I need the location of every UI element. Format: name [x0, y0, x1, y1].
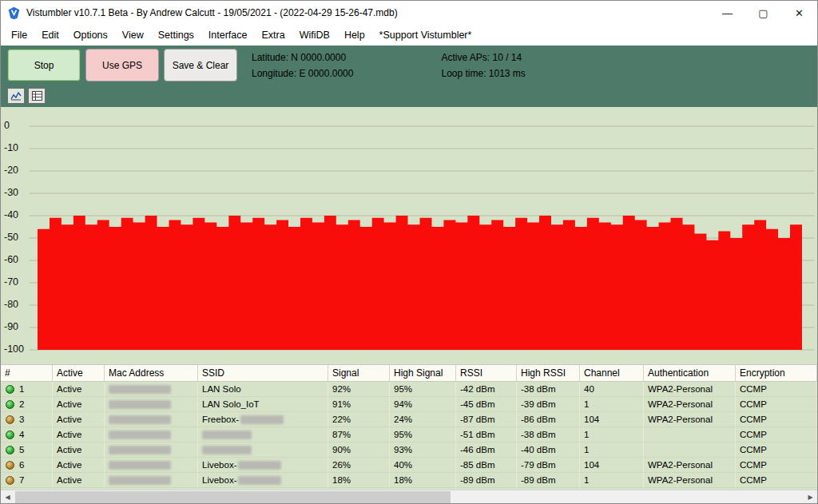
- authentication-cell: [644, 427, 736, 442]
- table-row[interactable]: 2ActiveLAN Solo_IoT91%94%-45 dBm-39 dBm1…: [1, 397, 817, 412]
- ssid-cell: Livebox-: [198, 473, 328, 488]
- channel-cell: 104: [580, 412, 644, 427]
- save-clear-button[interactable]: Save & Clear: [164, 49, 237, 81]
- maximize-button[interactable]: ▢: [745, 1, 781, 25]
- ssid-cell: [198, 442, 328, 458]
- table-row[interactable]: 4Active87%95%-51 dBm-38 dBm1CCMP: [1, 427, 817, 442]
- menu-options[interactable]: Options: [66, 26, 115, 44]
- window-title: Vistumbler v10.7.1 Beta - By Andrew Calc…: [26, 7, 709, 18]
- scroll-right-arrow-icon[interactable]: ▶: [804, 490, 817, 503]
- menu-view[interactable]: View: [115, 26, 151, 44]
- col-header-ssid[interactable]: SSID: [198, 365, 328, 381]
- mac-address-cell: [105, 382, 198, 397]
- encryption-cell: CCMP: [736, 397, 817, 412]
- high-signal-cell: 40%: [390, 458, 456, 473]
- redacted-mac: [109, 446, 171, 454]
- ssid-cell: [198, 427, 328, 442]
- stop-button[interactable]: Stop: [7, 49, 81, 81]
- table-row[interactable]: 6ActiveLivebox-26%40%-85 dBm-79 dBm104WP…: [1, 458, 817, 473]
- encryption-cell: CCMP: [736, 382, 817, 397]
- active-cell: Active: [53, 382, 105, 397]
- menu-help[interactable]: Help: [337, 26, 372, 44]
- rssi-cell: -42 dBm: [456, 382, 517, 397]
- graph-view-button[interactable]: [7, 88, 25, 104]
- col-header-active[interactable]: Active: [53, 365, 105, 381]
- status-led-icon: [6, 431, 14, 439]
- col-header-encryption[interactable]: Encryption: [736, 365, 817, 381]
- table-row[interactable]: 5Active90%93%-46 dBm-40 dBm1CCMP: [1, 442, 817, 458]
- redacted-mac: [109, 400, 171, 409]
- rssi-cell: -85 dBm: [456, 458, 517, 473]
- col-header-high-signal[interactable]: High Signal: [390, 365, 456, 381]
- row-number-cell: 1: [1, 382, 53, 397]
- redacted-mac: [109, 415, 171, 424]
- mac-address-cell: [105, 442, 198, 458]
- active-cell: Active: [53, 442, 105, 458]
- status-led-icon: [6, 415, 14, 424]
- mac-address-cell: [105, 427, 198, 442]
- y-axis-tick-label: -20: [4, 165, 18, 176]
- menu-extra[interactable]: Extra: [254, 26, 292, 44]
- menu-edit[interactable]: Edit: [34, 26, 66, 44]
- table-row[interactable]: 1ActiveLAN Solo92%95%-42 dBm-38 dBm40WPA…: [1, 382, 817, 397]
- high-signal-cell: 93%: [390, 442, 456, 458]
- high-rssi-cell: -89 dBm: [517, 473, 580, 488]
- table-row[interactable]: 3ActiveFreebox-22%24%-87 dBm-86 dBm104WP…: [1, 412, 817, 427]
- ssid-cell: LAN Solo: [198, 382, 328, 397]
- channel-cell: 1: [580, 442, 644, 458]
- menu-file[interactable]: File: [4, 26, 34, 44]
- encryption-cell: CCMP: [736, 427, 817, 442]
- redacted-mac: [109, 431, 171, 439]
- col-header-high-rssi[interactable]: High RSSI: [517, 365, 580, 381]
- y-axis-tick-label: -80: [4, 299, 18, 310]
- minimize-button[interactable]: —: [709, 1, 745, 25]
- app-window: Vistumbler v10.7.1 Beta - By Andrew Calc…: [0, 0, 818, 504]
- table-body: 1ActiveLAN Solo92%95%-42 dBm-38 dBm40WPA…: [1, 382, 817, 490]
- line-chart-icon: [10, 91, 22, 101]
- y-axis-tick-label: -100: [4, 343, 24, 355]
- col-header-num[interactable]: #: [1, 365, 53, 381]
- redacted-ssid: [202, 446, 252, 454]
- scroll-left-arrow-icon[interactable]: ◀: [1, 490, 14, 503]
- active-cell: Active: [53, 427, 105, 442]
- menu-settings[interactable]: Settings: [151, 26, 201, 44]
- mac-address-cell: [105, 412, 198, 427]
- use-gps-button[interactable]: Use GPS: [85, 49, 159, 81]
- menu-wifidb[interactable]: WifiDB: [292, 26, 337, 44]
- row-number-cell: 3: [1, 412, 53, 427]
- signal-cell: 91%: [328, 397, 390, 412]
- menu-interface[interactable]: Interface: [201, 26, 255, 44]
- close-button[interactable]: ✕: [781, 1, 817, 25]
- horizontal-scrollbar[interactable]: ◀ ▶: [1, 490, 817, 503]
- status-led-icon: [6, 400, 14, 409]
- encryption-cell: CCMP: [736, 458, 817, 473]
- y-axis-tick-label: -70: [4, 276, 18, 288]
- active-cell: Active: [53, 412, 105, 427]
- authentication-cell: WPA2-Personal: [644, 458, 736, 473]
- redacted-ssid: [202, 431, 252, 439]
- channel-cell: 1: [580, 427, 644, 442]
- mac-address-cell: [105, 458, 198, 473]
- col-header-rssi[interactable]: RSSI: [456, 365, 517, 381]
- status-led-icon: [6, 446, 14, 454]
- ssid-cell: Livebox-: [198, 458, 328, 473]
- table-row[interactable]: 7ActiveLivebox-18%18%-89 dBm-89 dBm1WPA2…: [1, 473, 817, 488]
- list-view-button[interactable]: [28, 88, 46, 104]
- row-number-cell: 2: [1, 397, 53, 412]
- active-cell: Active: [53, 473, 105, 488]
- high-rssi-cell: -38 dBm: [517, 427, 580, 442]
- col-header-channel[interactable]: Channel: [580, 365, 644, 381]
- authentication-cell: [644, 442, 736, 458]
- col-header-mac[interactable]: Mac Address: [105, 365, 198, 381]
- channel-cell: 104: [580, 458, 644, 473]
- col-header-signal[interactable]: Signal: [328, 365, 390, 381]
- y-axis-tick-label: -10: [4, 142, 18, 153]
- y-axis-tick-label: -50: [4, 232, 18, 243]
- menu-support-vistumbler[interactable]: *Support Vistumbler*: [372, 26, 479, 44]
- y-axis-tick-label: -60: [4, 254, 18, 265]
- scrollbar-thumb[interactable]: [15, 491, 451, 503]
- redacted-ssid: [240, 415, 284, 424]
- redacted-mac: [109, 385, 171, 394]
- col-header-authentication[interactable]: Authentication: [644, 365, 736, 381]
- rssi-cell: -87 dBm: [456, 412, 517, 427]
